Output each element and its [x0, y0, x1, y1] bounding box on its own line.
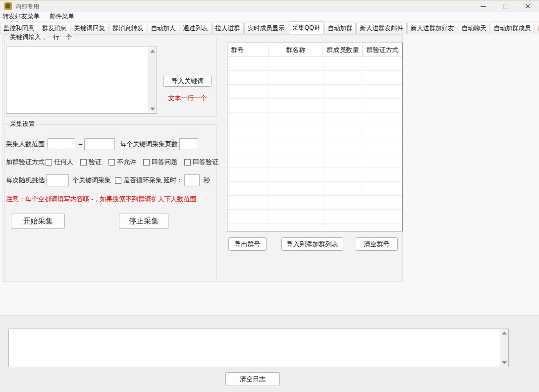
- tab-自动聊天[interactable]: 自动聊天: [458, 23, 489, 34]
- maximize-button[interactable]: [494, 0, 517, 12]
- window-title: 内部专用: [15, 2, 39, 11]
- notice-text: 注意：每个空都请填写内容哦~，如果搜索不到群请扩大下人数范围: [6, 195, 197, 204]
- tab-自动加群[interactable]: 自动加群: [324, 23, 356, 34]
- column-header-群验证方式[interactable]: 群验证方式: [363, 43, 402, 57]
- scroll-down-icon[interactable]: [150, 108, 155, 111]
- range-separator: –: [79, 138, 82, 151]
- column-divider: [268, 57, 269, 231]
- checkbox-label: 验证: [89, 158, 102, 167]
- log-textarea-wrap: [8, 329, 509, 367]
- close-icon: ✕: [525, 2, 531, 10]
- clear-group-numbers-button[interactable]: 清空群号: [356, 237, 398, 251]
- tab-自动加群成员[interactable]: 自动加群成员: [490, 23, 534, 34]
- export-group-numbers-button[interactable]: 导出群号: [228, 237, 267, 251]
- keyword-groupbox-title: 关键词输入，一行一个: [8, 34, 74, 41]
- delay-unit-label: 秒: [204, 174, 210, 187]
- table-header: 群号群名称群成员数量群验证方式: [227, 43, 402, 57]
- keyword-textarea[interactable]: [6, 47, 148, 113]
- tab-新人进群加好友[interactable]: 新人进群加好友: [407, 23, 458, 34]
- checkbox-label: 是否循环采集: [123, 176, 162, 185]
- keyword-scrollbar[interactable]: [148, 47, 157, 113]
- checkbox-icon[interactable]: [108, 159, 115, 166]
- checkbox-label: 回答验证: [193, 158, 218, 167]
- checkbox-label: 不允许: [117, 158, 136, 167]
- verify-options: 任何人验证不允许回答问题回答验证: [46, 156, 225, 168]
- tab-邮件批量发送[interactable]: 邮件批量发送: [535, 23, 539, 34]
- keyword-textarea-wrap: [6, 47, 157, 113]
- verify-option-验证[interactable]: 验证: [80, 158, 102, 167]
- pages-label: 每个关键词采集页数：: [120, 138, 184, 151]
- scroll-up-icon[interactable]: [502, 332, 507, 335]
- verify-option-任何人[interactable]: 任何人: [46, 158, 73, 167]
- checkbox-label: 任何人: [54, 158, 73, 167]
- scroll-up-icon[interactable]: [150, 50, 155, 53]
- log-textarea[interactable]: [9, 329, 500, 367]
- tab-bar: 监控和同意群发消息关键词回复群消息转发自动加人通过列表拉人进群实时成员显示采集Q…: [0, 21, 539, 34]
- tab-关键词回复[interactable]: 关键词回复: [71, 23, 109, 34]
- app-window: 内部专用 ✕ 转发好友菜单 邮件菜单 监控和同意群发消息关键词回复群消息转发自动…: [0, 0, 539, 392]
- minimize-button[interactable]: [472, 0, 494, 12]
- menu-mail[interactable]: 邮件菜单: [45, 12, 79, 21]
- range-label: 采集人数范围：: [6, 138, 51, 151]
- verify-option-回答问题[interactable]: 回答问题: [143, 158, 177, 167]
- minimize-icon: [481, 6, 486, 7]
- title-bar: 内部专用 ✕: [0, 0, 539, 12]
- verify-option-不允许[interactable]: 不允许: [108, 158, 136, 167]
- settings-groupbox-title: 采集设置: [8, 120, 37, 128]
- tab-新人进群发邮件[interactable]: 新人进群发邮件: [356, 23, 407, 34]
- checkbox-icon[interactable]: [80, 159, 87, 166]
- pick-suffix-label: 个关键词采集: [72, 174, 111, 187]
- checkbox-icon[interactable]: [46, 159, 52, 166]
- checkbox-icon[interactable]: [143, 159, 150, 166]
- verify-option-回答验证[interactable]: 回答验证: [184, 158, 218, 167]
- range-to-input[interactable]: [84, 138, 115, 150]
- delay-input[interactable]: [184, 174, 200, 186]
- log-scrollbar[interactable]: [500, 329, 508, 367]
- start-collect-button[interactable]: 开始采集: [11, 214, 65, 229]
- table-body[interactable]: [227, 57, 402, 231]
- keyword-hint-text: 文本一行一个: [163, 94, 212, 103]
- loop-collect-checkbox[interactable]: 是否循环采集: [115, 176, 162, 185]
- tab-群消息转发[interactable]: 群消息转发: [109, 23, 147, 34]
- tab-拉人进群[interactable]: 拉人进群: [212, 23, 244, 34]
- clear-log-button[interactable]: 清空日志: [225, 372, 280, 386]
- tab-通过列表[interactable]: 通过列表: [180, 23, 212, 34]
- checkbox-icon[interactable]: [115, 177, 121, 184]
- pick-label: 每次随机挑选: [6, 174, 45, 187]
- menu-bar: 转发好友菜单 邮件菜单: [0, 12, 539, 21]
- group-results-table: 群号群名称群成员数量群验证方式: [227, 43, 403, 231]
- import-keywords-button[interactable]: 导入关键词: [163, 76, 212, 87]
- loop-checkbox-host: 是否循环采集: [115, 174, 169, 187]
- pick-count-input[interactable]: [46, 174, 69, 186]
- column-divider: [323, 57, 323, 231]
- scroll-down-icon[interactable]: [502, 361, 507, 364]
- tab-实时成员显示[interactable]: 实时成员显示: [244, 23, 288, 34]
- tab-监控和同意[interactable]: 监控和同意: [0, 23, 38, 34]
- app-icon: [4, 2, 12, 10]
- checkbox-label: 回答问题: [152, 158, 177, 167]
- stop-collect-button[interactable]: 停止采集: [119, 214, 168, 229]
- tab-群发消息[interactable]: 群发消息: [39, 23, 70, 34]
- verify-method-label: 加群验证方式：: [6, 156, 51, 168]
- pages-input[interactable]: [179, 138, 198, 150]
- close-button[interactable]: ✕: [517, 0, 539, 12]
- column-divider: [363, 57, 363, 231]
- tab-采集QQ群[interactable]: 采集QQ群: [289, 21, 324, 34]
- delay-label: 延时：: [163, 174, 183, 187]
- tab-自动加人[interactable]: 自动加人: [148, 23, 179, 34]
- range-from-input[interactable]: [48, 138, 75, 150]
- menu-forward-friend[interactable]: 转发好友菜单: [0, 12, 45, 21]
- checkbox-icon[interactable]: [184, 159, 191, 166]
- import-to-add-list-button[interactable]: 导入到添加群列表: [281, 237, 343, 251]
- maximize-icon: [503, 4, 508, 9]
- column-header-群成员数量[interactable]: 群成员数量: [323, 43, 363, 57]
- column-header-群名称[interactable]: 群名称: [269, 43, 323, 57]
- column-header-群号[interactable]: 群号: [227, 43, 269, 57]
